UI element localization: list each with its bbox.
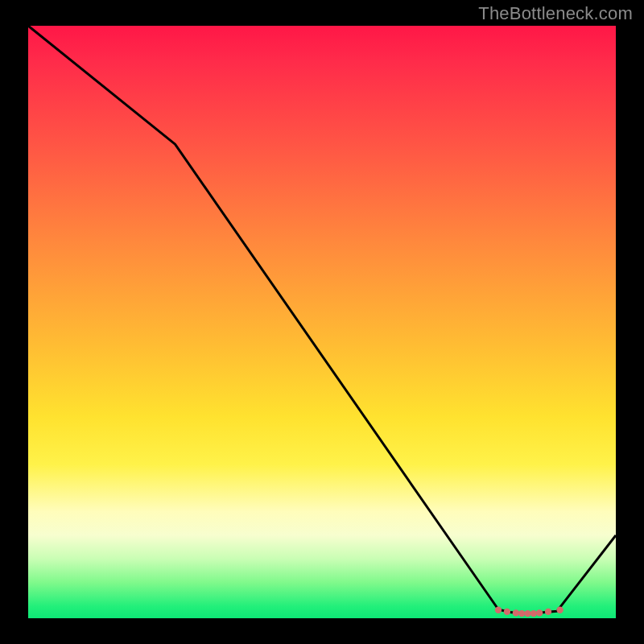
data-marker [518, 610, 525, 617]
data-marker [536, 609, 543, 616]
plot-area [28, 26, 616, 618]
chart-frame: TheBottleneck.com [0, 0, 644, 644]
data-marker [513, 609, 519, 616]
data-marker [530, 610, 537, 617]
chart-svg [28, 26, 616, 618]
data-marker [524, 610, 530, 617]
data-marker [495, 607, 502, 613]
attribution-text: TheBottleneck.com [478, 3, 633, 24]
data-marker [545, 609, 551, 615]
data-marker [504, 609, 510, 615]
data-marker [556, 607, 563, 613]
series-line [28, 26, 616, 613]
